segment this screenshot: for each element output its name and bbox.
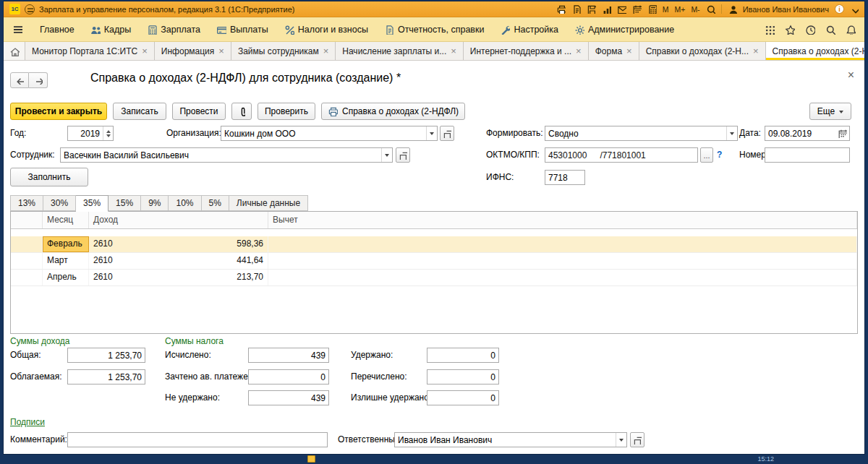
open-employee-button[interactable]: [396, 147, 410, 163]
chevron-down-icon[interactable]: [850, 5, 859, 14]
menu-personnel[interactable]: Кадры: [90, 25, 131, 35]
close-icon[interactable]: [218, 46, 224, 56]
comment-input[interactable]: [68, 433, 327, 447]
back-button[interactable]: [10, 72, 29, 88]
oktmo-select-button[interactable]: ...: [700, 147, 713, 163]
dropdown-icon[interactable]: [426, 126, 437, 140]
organization-input[interactable]: [221, 126, 426, 140]
system-menu-icon[interactable]: [25, 4, 35, 14]
more-button[interactable]: Еще: [809, 103, 851, 120]
tab-rate-5[interactable]: 5%: [202, 195, 229, 211]
main-menu-icon[interactable]: [12, 24, 24, 35]
menu-settings[interactable]: Настройка: [500, 25, 558, 35]
oktmo-kpp-field[interactable]: 45301000 /771801001: [545, 147, 698, 163]
tab-zaymy[interactable]: Займы сотрудникам: [231, 42, 336, 60]
service-menu-icon[interactable]: [765, 25, 775, 35]
over-withheld-input[interactable]: [427, 391, 498, 405]
close-icon[interactable]: [626, 46, 632, 56]
notifications-icon[interactable]: [846, 25, 856, 35]
withheld-input[interactable]: [427, 348, 498, 362]
tab-rate-30[interactable]: 30%: [43, 195, 76, 211]
responsible-input[interactable]: [395, 433, 616, 447]
menu-taxes[interactable]: Налоги и взносы: [284, 25, 368, 35]
tab-spravki-o-dohodah[interactable]: Справки о доходах (2-Н...: [639, 42, 766, 60]
calendar-icon[interactable]: [838, 129, 847, 138]
close-icon[interactable]: [323, 46, 329, 56]
memory-button-m[interactable]: М: [663, 5, 669, 14]
post-button[interactable]: Провести: [172, 103, 226, 120]
tab-rate-35[interactable]: 35%: [76, 195, 109, 212]
menu-reports[interactable]: Отчетность, справки: [384, 25, 485, 35]
calculated-input[interactable]: [249, 348, 328, 362]
year-input[interactable]: [68, 126, 103, 140]
tab-personal-data[interactable]: Личные данные: [229, 195, 308, 211]
attachments-button[interactable]: [231, 103, 252, 120]
write-button[interactable]: Записать: [113, 103, 166, 120]
titlebar: 1С Зарплата и управление персоналом, ред…: [4, 1, 864, 17]
close-form-icon[interactable]: [848, 69, 854, 81]
not-withheld-input[interactable]: [249, 391, 328, 405]
help-link[interactable]: ?: [717, 147, 722, 163]
taskbar-app-icon[interactable]: [307, 455, 315, 463]
tab-spravka-o-dohodah-active[interactable]: Справка о доходах (2-Н...: [766, 42, 864, 60]
calendar-icon[interactable]: [632, 4, 642, 14]
tab-rate-10[interactable]: 10%: [169, 195, 201, 211]
memory-button-m-plus[interactable]: М+: [674, 5, 685, 14]
cell-deduction: [268, 270, 857, 285]
dropdown-icon[interactable]: [616, 433, 626, 447]
document-icon[interactable]: [571, 4, 581, 14]
tab-informaciya[interactable]: Информация: [155, 42, 231, 60]
forward-button[interactable]: [29, 72, 48, 88]
table-row-february[interactable]: Февраль 2610598,36: [11, 236, 857, 253]
table-row-april[interactable]: Апрель 2610213,70: [11, 270, 857, 286]
memory-button-m-minus[interactable]: М-: [691, 5, 699, 14]
info-icon[interactable]: [835, 4, 844, 14]
post-and-close-button[interactable]: Провести и закрыть: [10, 103, 107, 120]
tab-rate-15[interactable]: 15%: [109, 195, 141, 211]
signatures-link[interactable]: Подписи: [10, 415, 45, 430]
favorites-icon[interactable]: [785, 25, 795, 35]
tab-internet-podderzhka[interactable]: Интернет-поддержка и ...: [464, 42, 589, 60]
table-row-march[interactable]: Март 2610441,64: [11, 253, 857, 270]
mail-icon[interactable]: [617, 4, 626, 14]
tab-nachislenie[interactable]: Начисление зарплаты и...: [336, 42, 464, 60]
tab-monitor-portala[interactable]: Монитор Портала 1С:ИТС: [25, 42, 155, 60]
zoom-icon[interactable]: [706, 4, 715, 14]
tab-forma[interactable]: Форма: [589, 42, 639, 60]
menu-salary[interactable]: Зарплата: [147, 25, 200, 35]
open-responsible-button[interactable]: [630, 432, 644, 447]
employee-input[interactable]: [61, 148, 381, 162]
menu-payments[interactable]: Выплаты: [216, 25, 268, 35]
print-icon[interactable]: [556, 4, 566, 14]
ifns-input[interactable]: [545, 171, 584, 184]
tab-rate-13[interactable]: 13%: [10, 195, 43, 211]
chart-icon[interactable]: [602, 4, 611, 14]
total-input[interactable]: [68, 348, 145, 362]
taxable-input[interactable]: [68, 370, 145, 384]
year-stepper[interactable]: [103, 126, 113, 140]
menu-main[interactable]: Главное: [40, 25, 75, 35]
close-icon[interactable]: [576, 46, 582, 56]
fill-button[interactable]: Заполнить: [10, 168, 88, 186]
open-organization-button[interactable]: [440, 126, 454, 141]
transferred-input[interactable]: [427, 370, 498, 384]
search-icon[interactable]: [825, 25, 835, 35]
tab-rate-9[interactable]: 9%: [141, 195, 169, 211]
number-input[interactable]: [765, 148, 849, 162]
current-user[interactable]: Иванов Иван Иванович: [743, 5, 829, 14]
calculator-icon[interactable]: [647, 4, 657, 14]
home-tab[interactable]: [4, 42, 25, 60]
history-icon[interactable]: [805, 25, 815, 35]
close-icon[interactable]: [753, 46, 759, 56]
print-report-button[interactable]: Справка о доходах (2-НДФЛ): [321, 103, 465, 120]
close-icon[interactable]: [142, 46, 148, 56]
dropdown-icon[interactable]: [726, 126, 737, 140]
advance-input[interactable]: [249, 370, 328, 384]
dropdown-icon[interactable]: [381, 148, 392, 162]
check-button[interactable]: Проверить: [258, 103, 315, 120]
date-input[interactable]: [765, 126, 838, 140]
save-icon[interactable]: [587, 4, 596, 14]
close-icon[interactable]: [451, 46, 456, 56]
formirovat-input[interactable]: [545, 126, 726, 140]
menu-administration[interactable]: Администрирование: [574, 25, 674, 35]
